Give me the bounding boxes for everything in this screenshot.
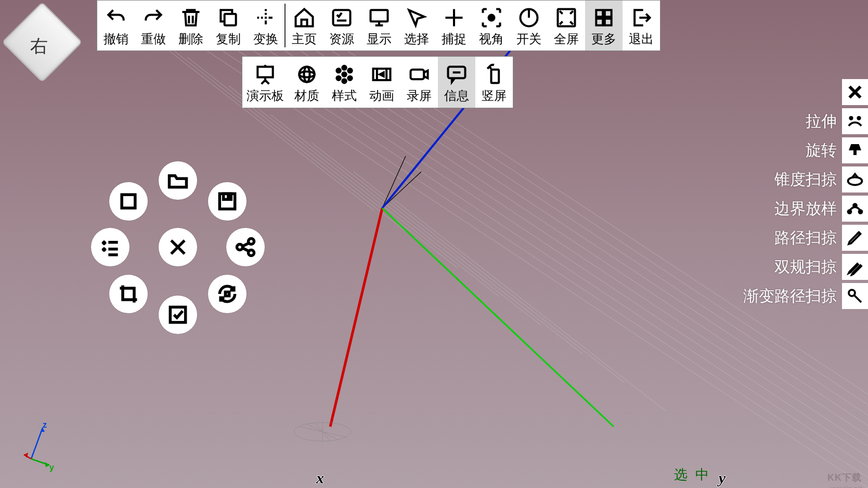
toggle-button[interactable]: 开关	[510, 1, 548, 50]
snowflake-icon	[333, 61, 356, 87]
undo-button[interactable]: 撤销	[97, 1, 135, 50]
tasklist-icon	[99, 236, 122, 259]
x-axis	[330, 208, 382, 427]
svg-point-60	[858, 117, 860, 120]
portrait-button[interactable]: 竖屏	[475, 57, 513, 108]
copy-button[interactable]: 复制	[210, 1, 247, 50]
svg-point-64	[853, 204, 857, 207]
extrude-button[interactable]	[842, 108, 868, 134]
camera-icon	[408, 61, 431, 87]
svg-point-55	[249, 250, 254, 256]
presentation-button[interactable]: 演示板	[242, 57, 288, 108]
svg-rect-26	[333, 10, 351, 25]
svg-point-45	[348, 76, 352, 80]
radial-refresh-button[interactable]	[208, 275, 247, 313]
redo-icon	[142, 5, 165, 31]
snap-button[interactable]: 捕捉	[435, 1, 473, 50]
svg-rect-27	[371, 10, 388, 21]
panel-close-button[interactable]	[842, 79, 868, 105]
extrude-icon	[846, 112, 864, 131]
delete-button[interactable]: 删除	[172, 1, 210, 50]
square-icon	[117, 190, 140, 213]
folder-icon	[166, 169, 189, 192]
radial-confirm-button[interactable]	[159, 296, 197, 334]
radial-close-button[interactable]	[159, 228, 197, 266]
svg-rect-31	[596, 10, 603, 17]
transform-button[interactable]: 变换	[247, 1, 284, 50]
view-button[interactable]: 视角	[473, 1, 510, 50]
logout-icon	[630, 5, 653, 31]
svg-line-66	[31, 428, 43, 459]
gradient-sweep-button[interactable]	[842, 283, 868, 309]
svg-point-41	[342, 79, 346, 83]
svg-point-20	[294, 422, 351, 441]
crosshair-icon	[443, 5, 465, 31]
radial-open-button[interactable]	[159, 161, 197, 200]
svg-rect-49	[491, 70, 499, 83]
select-button[interactable]: 选择	[398, 1, 435, 50]
axis-tripod: z y	[21, 422, 57, 469]
dual-sweep-button[interactable]	[842, 254, 868, 280]
svg-point-61	[848, 177, 862, 185]
tool-label: 锥度扫掠	[774, 169, 837, 190]
svg-line-19	[382, 172, 421, 208]
style-button[interactable]: 样式	[326, 57, 363, 108]
svg-line-18	[382, 156, 406, 208]
loft-button[interactable]	[842, 196, 868, 222]
svg-line-15	[312, 143, 582, 354]
animation-button[interactable]: 动画	[363, 57, 400, 108]
y-axis	[382, 208, 614, 427]
svg-line-22	[307, 424, 338, 440]
right-tool-panel: 拉伸 旋转 锥度扫掠 边界放样 路径扫掠 双规扫掠 渐变路径扫掠	[743, 79, 868, 309]
loft-icon	[846, 199, 864, 218]
svg-line-14	[270, 114, 541, 325]
display-button[interactable]: 显示	[360, 1, 398, 50]
svg-line-17	[395, 200, 666, 411]
power-icon	[517, 5, 540, 31]
more-button[interactable]: 更多	[585, 1, 623, 50]
view-cube[interactable]: 右	[4, 4, 74, 74]
svg-point-40	[342, 66, 346, 70]
radial-new-button[interactable]	[109, 182, 148, 221]
svg-line-21	[299, 427, 346, 437]
svg-point-42	[336, 69, 340, 72]
radial-save-button[interactable]	[208, 182, 247, 221]
wand-icon	[846, 287, 864, 305]
origin-x-label: x	[316, 469, 324, 487]
tool-label: 渐变路径扫掠	[743, 286, 837, 307]
svg-point-62	[848, 210, 851, 213]
revolve-button[interactable]	[842, 137, 868, 163]
expand-icon	[555, 5, 578, 31]
svg-rect-32	[605, 10, 612, 17]
sub-toolbar: 演示板 材质 样式 动画 录屏 信息 竖屏	[242, 56, 513, 108]
material-button[interactable]: 材质	[288, 57, 326, 108]
assets-button[interactable]: 资源	[323, 1, 360, 50]
record-button[interactable]: 录屏	[400, 57, 438, 108]
y-axis-label: y	[49, 463, 54, 472]
transform-icon	[254, 5, 277, 31]
svg-rect-52	[228, 195, 230, 198]
svg-rect-34	[605, 19, 612, 25]
radial-tasklist-button[interactable]	[91, 228, 129, 266]
radial-crop-button[interactable]	[109, 275, 148, 313]
home-button[interactable]: 主页	[286, 1, 323, 50]
taper-sweep-button[interactable]	[842, 166, 868, 192]
redo-button[interactable]: 重做	[135, 1, 172, 50]
fullscreen-button[interactable]: 全屏	[548, 1, 585, 50]
tool-label: 旋转	[806, 140, 837, 161]
radial-share-button[interactable]	[226, 228, 265, 266]
svg-point-63	[859, 210, 862, 213]
svg-rect-25	[225, 14, 236, 25]
tool-label: 拉伸	[806, 111, 837, 132]
copy-icon	[217, 5, 240, 31]
tool-label: 路径扫掠	[774, 227, 837, 249]
info-button[interactable]: 信息	[438, 57, 475, 108]
svg-rect-56	[225, 292, 229, 296]
exit-button[interactable]: 退出	[623, 1, 660, 50]
view-cube-face-label: 右	[30, 34, 48, 58]
trash-icon	[179, 5, 202, 31]
path-sweep-button[interactable]	[842, 225, 868, 251]
watermark-url: www.kkx.net	[830, 485, 862, 488]
home-icon	[293, 5, 316, 31]
save-icon	[216, 190, 239, 213]
